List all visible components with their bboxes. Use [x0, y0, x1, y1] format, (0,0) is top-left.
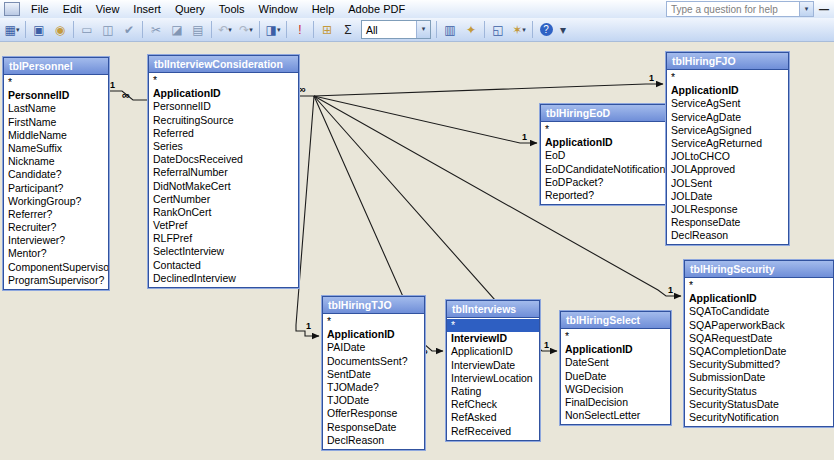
field-Referrer?[interactable]: Referrer?	[4, 208, 108, 221]
print-preview-button[interactable]: ◫	[98, 20, 118, 39]
menu-edit[interactable]: Edit	[56, 2, 89, 17]
field-MiddleName[interactable]: MiddleName	[4, 129, 108, 142]
field-OfferResponse[interactable]: OfferResponse	[323, 407, 424, 420]
field-Candidate?[interactable]: Candidate?	[4, 168, 108, 181]
field-ApplicationID[interactable]: ApplicationID	[685, 292, 833, 305]
new-object-button[interactable]: ✶▾	[509, 20, 529, 39]
field-LastName[interactable]: LastName	[4, 102, 108, 115]
field-FirstName[interactable]: FirstName	[4, 116, 108, 129]
field-asterisk[interactable]: *	[685, 279, 833, 292]
field-DeclReason[interactable]: DeclReason	[323, 434, 424, 447]
file-search-button[interactable]: ◉	[50, 20, 70, 39]
field-InterviewLocation[interactable]: InterviewLocation	[447, 372, 539, 385]
table-tblInterviews[interactable]: tblInterviews*InterviewIDApplicationIDIn…	[446, 300, 540, 441]
field-EoDPacket?[interactable]: EoDPacket?	[541, 176, 668, 189]
help-button[interactable]: ?	[536, 20, 556, 39]
field-Nickname[interactable]: Nickname	[4, 155, 108, 168]
run-button[interactable]: !	[290, 20, 310, 39]
field-ApplicationID[interactable]: ApplicationID	[667, 84, 788, 97]
field-DidNotMakeCert[interactable]: DidNotMakeCert	[149, 180, 298, 193]
field-asterisk[interactable]: *	[323, 315, 424, 328]
cut-button[interactable]: ✂	[146, 20, 166, 39]
table-title[interactable]: tblHiringTJO	[323, 297, 424, 314]
field-JOLtoCHCO[interactable]: JOLtoCHCO	[667, 150, 788, 163]
top-values-combo[interactable]: All▾	[361, 20, 431, 39]
print-button[interactable]: ▭	[77, 20, 97, 39]
database-window-button[interactable]: ◱	[488, 20, 508, 39]
relationships-canvas[interactable]: 1∞∞1111∞1 tblPersonnel*PersonnelIDLastNa…	[0, 42, 834, 460]
field-NonSelectLetter[interactable]: NonSelectLetter	[561, 409, 670, 422]
view-button[interactable]: ▦▾	[2, 20, 22, 39]
field-ComponentSupervisor?[interactable]: ComponentSupervisor?	[4, 261, 108, 274]
field-JOLDate[interactable]: JOLDate	[667, 190, 788, 203]
field-ApplicationID[interactable]: ApplicationID	[149, 87, 298, 100]
field-SecurityNotification[interactable]: SecurityNotification	[685, 411, 833, 424]
field-FinalDecision[interactable]: FinalDecision	[561, 396, 670, 409]
field-ResponseDate[interactable]: ResponseDate	[323, 421, 424, 434]
table-tblInterviewConsideration[interactable]: tblInterviewConsideration*ApplicationIDP…	[148, 55, 299, 288]
menu-window[interactable]: Window	[252, 2, 305, 17]
field-Contacted[interactable]: Contacted	[149, 259, 298, 272]
field-asterisk[interactable]: *	[561, 330, 670, 343]
field-asterisk[interactable]: *	[4, 76, 108, 89]
field-PAIDate[interactable]: PAIDate	[323, 341, 424, 354]
field-PersonnelID[interactable]: PersonnelID	[4, 89, 108, 102]
field-TJODate[interactable]: TJODate	[323, 394, 424, 407]
field-JOLApproved[interactable]: JOLApproved	[667, 163, 788, 176]
field-CertNumber[interactable]: CertNumber	[149, 193, 298, 206]
rel-personnel-interviewconsideration[interactable]	[107, 91, 147, 100]
field-Recruiter?[interactable]: Recruiter?	[4, 221, 108, 234]
show-table-button[interactable]: ⊞	[317, 20, 337, 39]
field-RLFPref[interactable]: RLFPref	[149, 232, 298, 245]
toolbar-options-button[interactable]: ▾	[557, 20, 569, 39]
field-SecurityStatus[interactable]: SecurityStatus	[685, 385, 833, 398]
field-Reported?[interactable]: Reported?	[541, 189, 668, 202]
undo-button[interactable]: ↶▾	[215, 20, 235, 39]
field-SubmissionDate[interactable]: SubmissionDate	[685, 371, 833, 384]
field-Mentor?[interactable]: Mentor?	[4, 247, 108, 260]
build-button[interactable]: ✦	[461, 20, 481, 39]
field-WorkingGroup?[interactable]: WorkingGroup?	[4, 195, 108, 208]
field-RefReceived[interactable]: RefReceived	[447, 425, 539, 438]
rel-interviewconsideration-hiringfjo[interactable]	[297, 84, 663, 96]
field-ResponseDate[interactable]: ResponseDate	[667, 216, 788, 229]
field-RecruitingSource[interactable]: RecruitingSource	[149, 114, 298, 127]
field-Rating[interactable]: Rating	[447, 385, 539, 398]
field-DueDate[interactable]: DueDate	[561, 370, 670, 383]
field-JOLSent[interactable]: JOLSent	[667, 177, 788, 190]
table-title[interactable]: tblHiringFJO	[667, 53, 788, 70]
properties-button[interactable]: ▥	[440, 20, 460, 39]
field-WGDecision[interactable]: WGDecision	[561, 383, 670, 396]
table-tblHiringSelect[interactable]: tblHiringSelect*ApplicationIDDateSentDue…	[560, 311, 671, 425]
menu-adobe-pdf[interactable]: Adobe PDF	[341, 2, 412, 17]
minimize-button[interactable]: —	[816, 4, 832, 15]
paste-button[interactable]: ▤	[188, 20, 208, 39]
field-ApplicationID[interactable]: ApplicationID	[561, 343, 670, 356]
field-ReferralNumber[interactable]: ReferralNumber	[149, 166, 298, 179]
table-title[interactable]: tblInterviews	[447, 301, 539, 318]
table-tblHiringEoD[interactable]: tblHiringEoD*ApplicationIDEoDEoDCandidat…	[540, 104, 669, 205]
field-Interviewer?[interactable]: Interviewer?	[4, 234, 108, 247]
field-ServiceAgSent[interactable]: ServiceAgSent	[667, 97, 788, 110]
menu-help[interactable]: Help	[305, 2, 342, 17]
field-ApplicationID[interactable]: ApplicationID	[323, 328, 424, 341]
field-asterisk[interactable]: *	[667, 71, 788, 84]
field-ApplicationID[interactable]: ApplicationID	[541, 136, 668, 149]
query-type-button[interactable]: ◨▾	[263, 20, 283, 39]
field-DocumentsSent?[interactable]: DocumentsSent?	[323, 355, 424, 368]
field-SQAToCandidate[interactable]: SQAToCandidate	[685, 305, 833, 318]
field-InterviewID[interactable]: InterviewID	[447, 332, 539, 345]
menu-file[interactable]: File	[24, 2, 56, 17]
field-RefCheck[interactable]: RefCheck	[447, 398, 539, 411]
field-VetPref[interactable]: VetPref	[149, 219, 298, 232]
field-ServiceAgDate[interactable]: ServiceAgDate	[667, 111, 788, 124]
save-button[interactable]: ▣	[29, 20, 49, 39]
menu-insert[interactable]: Insert	[126, 2, 168, 17]
field-SQAPaperworkBack[interactable]: SQAPaperworkBack	[685, 319, 833, 332]
spelling-button[interactable]: ✔	[119, 20, 139, 39]
field-SentDate[interactable]: SentDate	[323, 368, 424, 381]
table-title[interactable]: tblHiringSelect	[561, 312, 670, 329]
copy-button[interactable]: ◪	[167, 20, 187, 39]
rel-interviewconsideration-hiringeod[interactable]	[314, 96, 537, 143]
rel-interviewconsideration-hiringtjo[interactable]	[296, 96, 319, 336]
